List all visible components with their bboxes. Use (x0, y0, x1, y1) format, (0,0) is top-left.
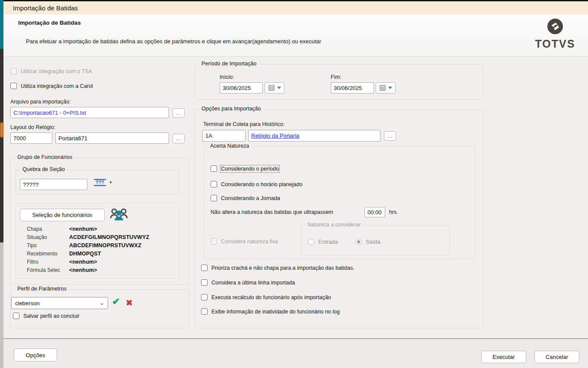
checkbox-label: Considera natureza fixa (221, 239, 278, 245)
selection-row: RecebimentoDHMOPQST (27, 250, 149, 258)
dropdown-arrow-icon (277, 87, 281, 89)
background-app-edge (0, 0, 3, 368)
checkbox-box (211, 181, 217, 187)
selection-row: TipoABCDEFIMNOPRSTUVWXZ (27, 242, 149, 250)
checkbox-box (201, 265, 208, 271)
hrs-label: hrs. (389, 209, 398, 215)
checkbox-box (201, 308, 208, 315)
import-batidas-dialog: Importação de Batidas Importação de Bati… (0, 0, 588, 368)
import-period-title: Período de Importação (199, 61, 259, 67)
start-date-picker-button[interactable] (265, 82, 284, 94)
checkbox-label: Salvar perfil ao concluir (23, 313, 80, 319)
checkbox-label: Considera a última linha importada (211, 280, 295, 286)
checkbox-inatividade-log[interactable]: Exibe informação de inatividade do funci… (201, 308, 340, 315)
checkbox-ultima-linha[interactable]: Considera a última linha importada (201, 279, 295, 286)
checkbox-box (13, 313, 19, 319)
checkbox-considerando-jornada[interactable]: Considerando a Jornada (211, 195, 280, 201)
dialog-header: Importação de Batidas Para efetuar a imp… (3, 14, 588, 57)
window-title: Importação de Batidas (13, 4, 78, 12)
delete-profile-x-icon[interactable]: ✖ (126, 298, 133, 308)
totvs-logo-icon (546, 18, 564, 35)
filter-stripes-icon: ??? (93, 179, 106, 186)
checkbox-box (10, 83, 17, 89)
cancel-button[interactable]: Cancelar (534, 351, 579, 363)
window-titlebar: Importação de Batidas (3, 1, 588, 14)
execute-button[interactable]: Executar (481, 351, 526, 363)
clock-layout-name-input[interactable]: Portaria671 (55, 132, 169, 144)
checkbox-carol-integration[interactable]: Utiliza integração com a Carol (10, 83, 93, 89)
clock-layout-code-input[interactable]: 7000 (10, 132, 52, 144)
selection-row: Filtro<nenhum> (27, 258, 149, 266)
start-date-label: Início: (220, 74, 234, 80)
radio-saida[interactable]: Saída (355, 239, 380, 245)
radio-circle (355, 239, 362, 245)
radio-entrada[interactable]: Entrada (308, 239, 338, 245)
natureza-considerar-title: Natureza a considerar (305, 222, 363, 228)
checkbox-label: Prioriza crachá e não chapa para a impor… (211, 265, 355, 271)
page-title: Importação de Batidas (18, 19, 81, 26)
radio-label: Entrada (318, 239, 338, 245)
calendar-icon (380, 85, 386, 91)
checkbox-save-profile[interactable]: Salvar perfil ao concluir (13, 313, 80, 319)
end-date-label: Fim: (331, 74, 341, 80)
start-date-input[interactable]: 30/06/2025 (220, 82, 263, 94)
profile-combobox-value: cleberson (15, 300, 39, 307)
end-date-picker-button[interactable] (376, 82, 396, 94)
employee-group-title: Grupo de Funcionários (15, 154, 74, 160)
end-date-input[interactable]: 30/06/2025 (331, 82, 374, 94)
profile-combobox[interactable]: cleberson ⌄ (11, 297, 108, 309)
parameter-profile-title: Perfil de Parâmetros (15, 286, 69, 292)
nao-altera-label: Não altera a natureza das batidas que ul… (211, 209, 333, 215)
checkbox-label: Considerando o período (221, 166, 279, 172)
radio-label: Saída (366, 239, 380, 245)
checkbox-box (211, 195, 217, 201)
selection-row: SituaçãoACDEFGILMNOPQRSTUVWYZ (27, 233, 149, 242)
checkbox-box (211, 165, 217, 172)
checkbox-considerando-periodo[interactable]: Considerando o período (211, 165, 279, 172)
import-options-title: Opções para Importação (199, 106, 263, 112)
section-break-title: Quebra de Seção (20, 166, 67, 172)
checkbox-label: Exibe informação de inatividade do funci… (211, 309, 340, 315)
background-flame-fragment (0, 123, 3, 137)
people-group-icon (110, 207, 128, 223)
import-file-label: Arquivo para importação: (10, 99, 71, 105)
dropdown-arrow-icon: ▼ (109, 181, 112, 184)
terminal-name-input[interactable]: Relógio da Portaria (248, 130, 380, 142)
dropdown-arrow-icon (388, 87, 392, 89)
section-break-filter-button[interactable]: ??? ▼ (93, 179, 112, 186)
chevron-down-icon: ⌄ (99, 301, 104, 305)
checkbox-tsa-integration[interactable]: Utilizar integração com o TSA (10, 68, 92, 74)
checkbox-label: Considerando o horário planejado (221, 181, 302, 187)
import-file-browse-button[interactable]: ... (173, 108, 185, 118)
checkbox-box (10, 68, 17, 74)
selection-summary-list: Chapa<nenhum> SituaçãoACDEFGILMNOPQRSTUV… (27, 225, 149, 274)
terminal-browse-button[interactable]: ... (384, 131, 396, 141)
employee-selection-button[interactable]: Seleção de funcionários (20, 209, 105, 221)
selection-row: Fórmula Selec<nenhum> (27, 266, 149, 274)
terminal-link[interactable]: Relógio da Portaria (251, 132, 299, 139)
checkbox-natureza-fixa[interactable]: Considera natureza fixa (211, 238, 278, 245)
checkbox-prioriza-cracha[interactable]: Prioriza crachá e não chapa para a impor… (201, 265, 355, 271)
terminal-code-input[interactable]: 1A (202, 130, 246, 142)
checkbox-label: Considerando a Jornada (221, 195, 280, 201)
clock-layout-label: Layout do Relógio: (10, 124, 55, 130)
checkbox-label: Utiliza integração com a Carol (21, 83, 93, 89)
totvs-wordmark: TOTVS (529, 38, 581, 50)
checkbox-label: Executa recálculo do funcionário após im… (211, 294, 331, 300)
checkbox-label: Utilizar integração com o TSA (21, 68, 92, 74)
save-profile-check-icon[interactable]: ✔ (112, 296, 120, 307)
options-button[interactable]: Opções (14, 349, 57, 362)
terminal-label: Terminal de Coleta para Histórico: (203, 121, 284, 127)
totvs-logo: TOTVS (529, 18, 581, 50)
page-subtitle: Para efetuar a importação de batidas def… (26, 38, 321, 45)
import-file-input[interactable]: C:\Importacao671 - 0+PIS.txt (10, 107, 169, 118)
checkbox-recalculo[interactable]: Executa recálculo do funcionário após im… (201, 294, 331, 300)
acerta-natureza-title: Acerta Natureza (208, 143, 251, 149)
section-break-input[interactable]: ????? (20, 179, 87, 190)
selection-row: Chapa<nenhum> (27, 225, 149, 233)
checkbox-box (211, 238, 217, 245)
import-period-group-box: Período de Importação (195, 64, 483, 100)
clock-layout-browse-button[interactable]: ... (173, 134, 185, 143)
checkbox-considerando-horario[interactable]: Considerando o horário planejado (211, 181, 302, 187)
nao-altera-hours-input[interactable]: 00:00 (364, 207, 385, 217)
